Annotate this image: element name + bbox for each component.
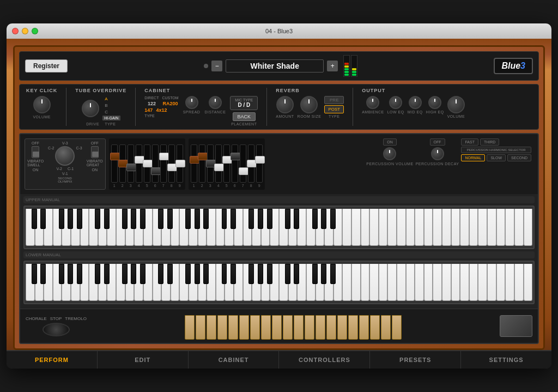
white-key-50[interactable] — [478, 209, 487, 246]
white-key-42[interactable] — [406, 264, 415, 301]
third-btn[interactable]: THIRD — [480, 138, 499, 146]
white-key-52[interactable] — [496, 209, 506, 246]
black-key-0-0[interactable] — [32, 209, 37, 229]
white-key-36[interactable] — [351, 264, 361, 301]
white-key-48[interactable] — [460, 209, 469, 246]
black-key-0-2[interactable] — [40, 209, 46, 229]
type-option-higain[interactable]: HI-GAIN — [102, 116, 120, 120]
white-key-51[interactable] — [487, 264, 496, 301]
percussion-volume-knob[interactable] — [383, 147, 396, 160]
preset-next-button[interactable]: + — [327, 61, 338, 71]
pedal-key-20[interactable] — [392, 315, 402, 340]
black-key-4-7[interactable] — [321, 209, 326, 229]
white-key-39[interactable] — [379, 209, 388, 246]
black-key-3-7[interactable] — [258, 209, 263, 229]
black-key-1-5[interactable] — [122, 264, 128, 284]
maximize-button[interactable] — [32, 28, 38, 34]
black-key-4-2[interactable] — [294, 209, 299, 229]
white-key-35[interactable] — [342, 264, 351, 301]
white-key-41[interactable] — [397, 264, 406, 301]
white-key-46[interactable] — [442, 209, 451, 246]
nav-cabinet[interactable]: CABINET — [189, 351, 280, 369]
type-option-a[interactable]: A — [102, 96, 120, 102]
upper-keyboard[interactable] — [23, 206, 535, 249]
leslie-rotor[interactable] — [43, 323, 70, 336]
cabinet-spread-knob[interactable] — [185, 96, 198, 109]
white-key-49[interactable] — [469, 209, 478, 246]
white-key-47[interactable] — [451, 264, 460, 301]
black-key-3-7[interactable] — [258, 264, 263, 284]
pedal-key-14[interactable] — [326, 315, 336, 340]
white-key-55[interactable] — [524, 209, 533, 246]
drawbar-track-8[interactable] — [168, 144, 175, 183]
pedal-key-1[interactable] — [185, 315, 195, 340]
close-button[interactable] — [12, 28, 19, 34]
black-key-1-2[interactable] — [104, 264, 110, 284]
slow-btn[interactable]: SLOW — [487, 154, 506, 161]
drawbar-track-1[interactable] — [111, 144, 118, 183]
vibrato-swell-toggle[interactable] — [32, 146, 39, 158]
black-key-1-5[interactable] — [122, 209, 128, 229]
pedal-key-6[interactable] — [239, 315, 249, 340]
black-key-4-9[interactable] — [330, 264, 336, 284]
black-key-4-2[interactable] — [294, 264, 299, 284]
white-key-39[interactable] — [379, 264, 388, 301]
pedal-key-13[interactable] — [316, 315, 325, 340]
drawbar-track-7[interactable] — [160, 144, 167, 183]
white-key-43[interactable] — [415, 209, 424, 246]
black-key-2-2[interactable] — [167, 209, 173, 229]
pedal-key-7[interactable] — [250, 315, 260, 340]
type-option-b[interactable]: B — [102, 102, 120, 108]
black-key-3-0[interactable] — [222, 264, 227, 284]
white-key-44[interactable] — [424, 264, 433, 301]
second-btn[interactable]: SECOND — [507, 154, 531, 161]
drawbar-track-13[interactable] — [215, 144, 222, 183]
black-key-2-7[interactable] — [195, 264, 200, 284]
drawbar-track-12[interactable] — [207, 144, 214, 183]
white-key-54[interactable] — [514, 209, 524, 246]
black-key-2-2[interactable] — [167, 264, 173, 284]
pedal-key-17[interactable] — [359, 315, 369, 340]
black-key-0-7[interactable] — [68, 264, 73, 284]
black-key-1-9[interactable] — [140, 264, 145, 284]
white-key-40[interactable] — [387, 264, 397, 301]
white-key-55[interactable] — [524, 264, 533, 301]
drawbar-track-16[interactable] — [240, 144, 246, 183]
pedal-key-19[interactable] — [381, 315, 391, 340]
white-key-36[interactable] — [351, 209, 361, 246]
white-key-48[interactable] — [460, 264, 469, 301]
drawbar-track-14[interactable] — [223, 144, 230, 183]
drawbar-track-2[interactable] — [119, 144, 126, 183]
pedal-key-3[interactable] — [207, 315, 216, 340]
black-key-1-2[interactable] — [104, 209, 110, 229]
black-key-0-5[interactable] — [59, 209, 64, 229]
black-key-0-9[interactable] — [77, 264, 82, 284]
white-key-43[interactable] — [415, 264, 424, 301]
black-key-2-0[interactable] — [158, 209, 163, 229]
percussion-decay-knob[interactable] — [431, 147, 444, 160]
register-button[interactable]: Register — [25, 59, 68, 73]
key-click-volume-knob[interactable] — [33, 96, 51, 113]
lower-keyboard[interactable] — [23, 261, 535, 304]
nav-perform[interactable]: PERFORM — [7, 351, 98, 369]
white-key-51[interactable] — [487, 209, 496, 246]
white-key-37[interactable] — [361, 209, 370, 246]
pedal-key-15[interactable] — [337, 315, 347, 340]
white-key-40[interactable] — [387, 209, 397, 246]
minimize-button[interactable] — [22, 28, 28, 34]
black-key-0-2[interactable] — [40, 264, 46, 284]
black-key-2-0[interactable] — [158, 264, 163, 284]
post-button[interactable]: POST — [324, 105, 344, 113]
type-option-c[interactable]: C — [102, 109, 120, 115]
black-key-3-9[interactable] — [267, 264, 272, 284]
white-key-50[interactable] — [478, 264, 487, 301]
white-key-49[interactable] — [469, 264, 478, 301]
black-key-0-9[interactable] — [77, 209, 82, 229]
black-key-1-9[interactable] — [140, 209, 145, 229]
black-key-2-5[interactable] — [185, 264, 191, 284]
black-key-3-5[interactable] — [248, 209, 254, 229]
black-key-0-7[interactable] — [68, 209, 73, 229]
overdrive-drive-knob[interactable] — [82, 100, 99, 117]
reverb-roomsize-knob[interactable] — [300, 96, 318, 113]
pedal-key-12[interactable] — [305, 315, 314, 340]
